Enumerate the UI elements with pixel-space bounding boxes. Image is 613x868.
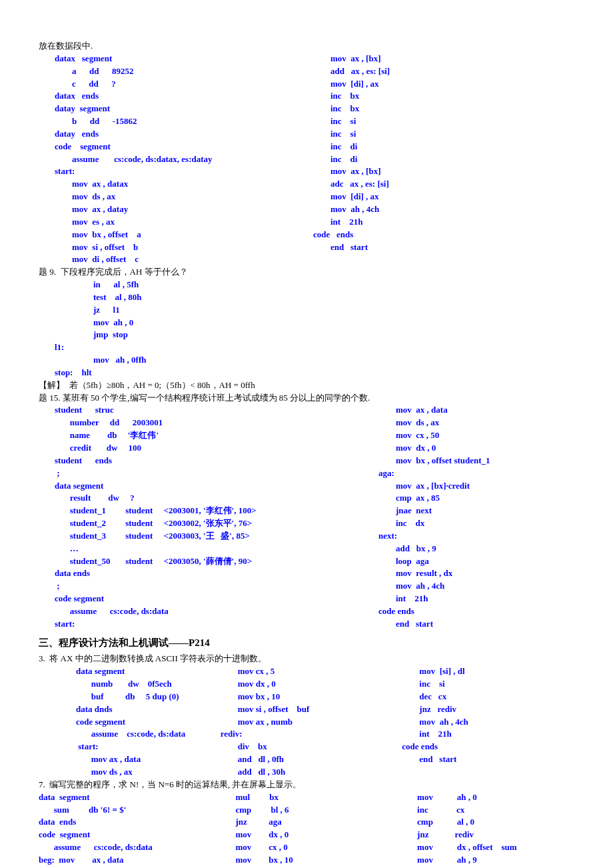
code-line: student_3 student <2003003, '王 盛', 85> (39, 530, 365, 543)
q9-title: 题 9. 下段程序完成后，AH 等于什么？ (39, 266, 574, 279)
code-line: code ends (378, 605, 574, 618)
code-line: student_50 student <2003050, '薛倩倩', 90> (39, 555, 365, 568)
code-line: name db '李红伟' (39, 429, 365, 442)
code-line: student_1 student <2003001, '李红伟', 100> (39, 505, 365, 517)
code-line: mov si , offset b (39, 241, 300, 254)
p7-block: data segment sum db '6! = $'data endscod… (39, 791, 574, 868)
code-line: credit dw 100 (39, 442, 365, 455)
code-line: end start (402, 753, 574, 766)
intro-line: 放在数据段中. (39, 40, 574, 53)
q15-right: mov ax , data mov ds , ax mov cx , 50 mo… (378, 404, 574, 630)
code-line: cmp bl , 6 (221, 804, 393, 817)
code-line: code segment (39, 716, 211, 729)
code-line: mov dx , 0 (221, 829, 393, 841)
code-line: mov si , offset buf (221, 703, 393, 716)
code-line: mov ax , data (378, 404, 574, 417)
code-line: datax ends (39, 90, 300, 103)
section3-heading: 三、程序设计方法和上机调试——P214 (39, 636, 574, 651)
p3-title: 3. 将 AX 中的二进制数转换成 ASCII 字符表示的十进制数。 (39, 653, 574, 665)
code-line: assume cs:code, ds:data (39, 841, 211, 854)
code-line: jz l1 (39, 304, 574, 317)
code-line: start: (39, 165, 300, 178)
code-line: inc si (313, 128, 574, 141)
code-line: data segment (39, 480, 365, 493)
code-line: mul bx (221, 791, 393, 804)
q15-title: 题 15. 某班有 50 个学生,编写一个结构程序统计班上考试成绩为 85 分以… (39, 392, 574, 405)
code-line: mov dx , offset sum (402, 841, 574, 854)
code-line: code ends (402, 741, 574, 753)
code-line: cmp al , 0 (402, 816, 574, 829)
q9-answer: 【解】 若（5fh）≥80h，AH = 0;（5fh）< 80h，AH = 0f… (39, 379, 574, 392)
code-line: next: (378, 530, 574, 543)
p3-col3: mov [si] , dl inc si dec cx jnz rediv mo… (402, 665, 574, 779)
code-line: data segment (39, 665, 211, 678)
code-line: mov dx , 0 (378, 442, 574, 455)
p3-col2: mov cx , 5 mov dx , 0 mov bx , 10 mov si… (221, 665, 393, 779)
code-line: mov ax , [bx] (313, 165, 574, 178)
code-line: mov ax , datax (39, 178, 300, 191)
code-line: mov ax , [bx] (313, 53, 574, 65)
code-line: data ends (39, 567, 365, 580)
p7-title: 7. 编写完整的程序，求 N!，当 N=6 时的运算结果, 并在屏幕上显示。 (39, 779, 574, 791)
code-line: inc dx (378, 517, 574, 530)
code-line: loop aga (378, 555, 574, 568)
code-line: int 21h (378, 593, 574, 605)
code-line: dec cx (402, 691, 574, 703)
code-line: mov cx , 5 (221, 665, 393, 678)
code-line: jnz rediv (402, 703, 574, 716)
code-line: test al , 80h (39, 291, 574, 304)
code-line: student struc (39, 404, 365, 417)
code-line: mov ax , [bx]·credit (378, 480, 574, 493)
code-line: mov bx , offset student_1 (378, 455, 574, 467)
code-line: datay ends (39, 128, 300, 141)
code-line: assume cs:code, ds:data (39, 728, 211, 741)
code-line: b dd -15862 (39, 115, 300, 128)
code-line: int 21h (313, 216, 574, 229)
block1-right: mov ax , [bx] add ax , es: [si] mov [di]… (313, 53, 574, 266)
code-line: l1: (39, 341, 574, 354)
code-line: mov bx , offset a (39, 229, 300, 241)
code-line: start: (39, 618, 365, 631)
code-line: add dl , 30h (221, 766, 393, 779)
code-line: mov dx , 0 (221, 678, 393, 691)
p3-col1: data segment numb dw 0f5ech buf db 5 dup… (39, 665, 211, 779)
code-line: mov result , dx (378, 567, 574, 580)
code-line: buf db 5 dup (0) (39, 691, 211, 703)
code-line: c dd ? (39, 78, 300, 91)
code-line: data dnds (39, 703, 211, 716)
code-line: code ends (313, 229, 574, 241)
code-line: mov ds , ax (39, 191, 300, 203)
code-line: mov ds , ax (39, 766, 211, 779)
code-line: … (39, 543, 365, 555)
code-line: rediv: (221, 728, 393, 741)
code-line: student_2 student <2003002, '张东平', 76> (39, 517, 365, 530)
code-line: adc ax , es: [si] (313, 178, 574, 191)
code-line: mov [di] , ax (313, 78, 574, 91)
code-line: jnz rediv (402, 829, 574, 841)
code-line: student ends (39, 455, 365, 467)
code-line: add ax , es: [si] (313, 65, 574, 78)
code-line: data segment (39, 791, 211, 804)
p7-col1: data segment sum db '6! = $'data endscod… (39, 791, 211, 868)
code-line: end start (378, 618, 574, 631)
p3-block: data segment numb dw 0f5ech buf db 5 dup… (39, 665, 574, 779)
block1: datax segment a dd 89252 c dd ?datax end… (39, 53, 574, 266)
code-line: div bx (221, 741, 393, 753)
code-line: code segment (39, 593, 365, 605)
code-line: stop: hlt (39, 367, 574, 379)
code-line: mov ax , data (39, 753, 211, 766)
code-line: inc bx (313, 90, 574, 103)
code-line: inc si (402, 678, 574, 691)
code-line: mov cx , 0 (221, 841, 393, 854)
code-line: mov ah , 9 (402, 854, 574, 867)
code-line: mov ax , datay (39, 203, 300, 216)
code-line: mov ds , ax (378, 417, 574, 429)
code-line: ; (39, 467, 365, 480)
code-line: mov ah , 0 (39, 317, 574, 329)
code-line: mov ax , numb (221, 716, 393, 729)
code-line: result dw ? (39, 492, 365, 505)
code-line: assume cs:code, ds:data (39, 605, 365, 618)
code-line: inc cx (402, 804, 574, 817)
code-line: jnz aga (221, 816, 393, 829)
code-line: mov ah , 4ch (402, 716, 574, 729)
